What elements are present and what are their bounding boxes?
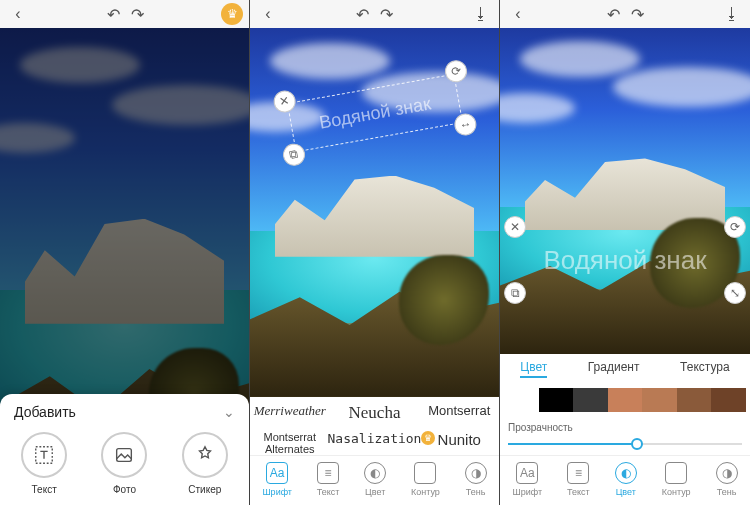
- outline-icon: [665, 462, 687, 484]
- bottom-tabs: AaШрифт ≡Текст ◐Цвет Контур ◑Тень: [500, 455, 750, 505]
- shadow-icon: ◑: [465, 462, 487, 484]
- color-subtabs: Цвет Градиент Текстура: [500, 354, 750, 384]
- watermark-box[interactable]: Водяной знак ✕ ⟳ ⧉ ⤡: [506, 228, 744, 292]
- watermark-text: Водяной знак: [543, 245, 706, 276]
- back-icon[interactable]: ‹: [256, 2, 280, 26]
- add-sheet: Добавить ⌄ Текст Фото Стикер: [0, 394, 249, 505]
- resize-handle[interactable]: ↔: [453, 112, 478, 137]
- swatch[interactable]: [573, 388, 608, 412]
- font-option[interactable]: Neucha: [328, 403, 422, 423]
- color-swatches: [500, 384, 750, 416]
- tab-text[interactable]: ≡Текст: [567, 462, 590, 497]
- sheet-title: Добавить: [14, 404, 76, 420]
- delete-handle[interactable]: ✕: [504, 216, 526, 238]
- collapse-icon[interactable]: ⌄: [223, 404, 235, 420]
- redo-icon[interactable]: ↷: [625, 2, 649, 26]
- font-option[interactable]: Montserrat: [421, 403, 497, 423]
- redo-icon[interactable]: ↷: [126, 2, 150, 26]
- text-icon: ≡: [567, 462, 589, 484]
- swatch[interactable]: [608, 388, 643, 412]
- add-text-button[interactable]: Текст: [21, 432, 67, 495]
- download-icon[interactable]: ⭳: [469, 2, 493, 26]
- font-icon: Aa: [266, 462, 288, 484]
- sticker-icon: [182, 432, 228, 478]
- font-icon: Aa: [516, 462, 538, 484]
- tab-color[interactable]: ◐Цвет: [615, 462, 637, 497]
- swatch[interactable]: [539, 388, 574, 412]
- shadow-icon: ◑: [716, 462, 738, 484]
- subtab-texture[interactable]: Текстура: [680, 360, 730, 378]
- swatch[interactable]: [711, 388, 746, 412]
- undo-icon[interactable]: ↶: [601, 2, 625, 26]
- tab-font[interactable]: AaШрифт: [512, 462, 542, 497]
- font-list: Merriweather Neucha Montserrat Montserra…: [250, 397, 499, 455]
- topbar: ‹ ↶ ↷ ⭳: [500, 0, 750, 28]
- canvas[interactable]: Водяной знак ✕ ⟳ ⧉ ⤡: [500, 28, 750, 354]
- palette-icon: ◐: [615, 462, 637, 484]
- copy-handle[interactable]: ⧉: [281, 142, 306, 167]
- swatch[interactable]: [677, 388, 712, 412]
- download-icon[interactable]: ⭳: [720, 2, 744, 26]
- pane-add: ‹ ↶ ↷ ♛ Добавить ⌄ Текст Фото: [0, 0, 250, 505]
- opacity-control: Прозрачность: [500, 416, 750, 455]
- outline-icon: [414, 462, 436, 484]
- tab-outline[interactable]: Контур: [662, 462, 691, 497]
- redo-icon[interactable]: ↷: [375, 2, 399, 26]
- rotate-handle[interactable]: ⟳: [724, 216, 746, 238]
- topbar: ‹ ↶ ↷ ⭳: [250, 0, 499, 28]
- canvas[interactable]: Водяной знак ✕ ⟳ ⧉ ↔: [250, 28, 499, 397]
- opacity-label: Прозрачность: [508, 422, 573, 433]
- premium-badge-icon: ♛: [421, 431, 435, 445]
- swatch[interactable]: [504, 388, 539, 412]
- tab-shadow[interactable]: ◑Тень: [716, 462, 738, 497]
- pane-font: ‹ ↶ ↷ ⭳ Водяной знак ✕ ⟳ ⧉ ↔ Merriweathe…: [250, 0, 500, 505]
- text-frame-icon: [21, 432, 67, 478]
- svg-rect-1: [117, 449, 132, 462]
- subtab-gradient[interactable]: Градиент: [588, 360, 640, 378]
- premium-icon[interactable]: ♛: [221, 3, 243, 25]
- font-option[interactable]: Merriweather: [252, 403, 328, 423]
- opacity-slider[interactable]: [508, 437, 742, 451]
- back-icon[interactable]: ‹: [506, 2, 530, 26]
- back-icon[interactable]: ‹: [6, 2, 30, 26]
- add-sticker-button[interactable]: Стикер: [182, 432, 228, 495]
- tab-color[interactable]: ◐Цвет: [364, 462, 386, 497]
- pane-color: ‹ ↶ ↷ ⭳ Водяной знак ✕ ⟳ ⧉ ⤡ Цвет Градие…: [500, 0, 750, 505]
- font-option[interactable]: Nasalization: [328, 431, 422, 446]
- tab-outline[interactable]: Контур: [411, 462, 440, 497]
- text-icon: ≡: [317, 462, 339, 484]
- resize-handle[interactable]: ⤡: [724, 282, 746, 304]
- topbar: ‹ ↶ ↷ ♛: [0, 0, 249, 28]
- font-option[interactable]: Montserrat Alternates: [252, 431, 328, 455]
- tab-text[interactable]: ≡Текст: [317, 462, 340, 497]
- image-icon: [101, 432, 147, 478]
- copy-handle[interactable]: ⧉: [504, 282, 526, 304]
- swatch[interactable]: [642, 388, 677, 412]
- undo-icon[interactable]: ↶: [351, 2, 375, 26]
- tab-font[interactable]: AaШрифт: [262, 462, 292, 497]
- undo-icon[interactable]: ↶: [102, 2, 126, 26]
- add-photo-button[interactable]: Фото: [101, 432, 147, 495]
- watermark-text: Водяной знак: [318, 93, 433, 133]
- palette-icon: ◐: [364, 462, 386, 484]
- bottom-tabs: AaШрифт ≡Текст ◐Цвет Контур ◑Тень: [250, 455, 499, 505]
- subtab-color[interactable]: Цвет: [520, 360, 547, 378]
- tab-shadow[interactable]: ◑Тень: [465, 462, 487, 497]
